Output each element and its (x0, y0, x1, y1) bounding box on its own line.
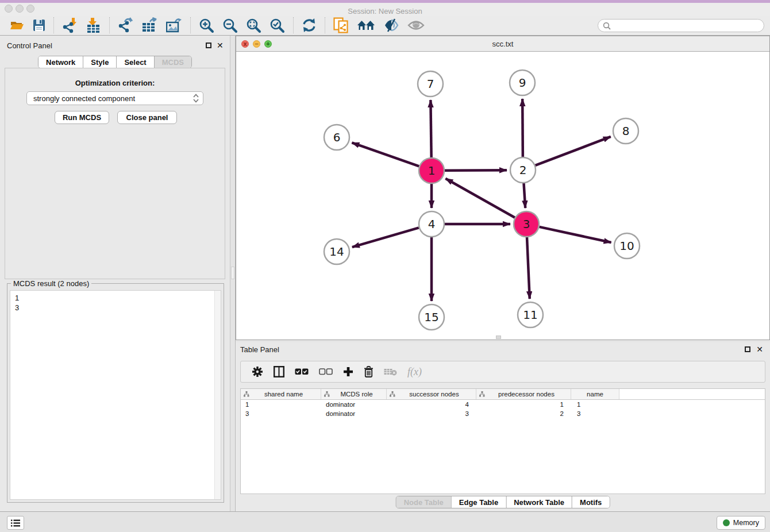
cell-name[interactable]: 3 (571, 409, 619, 418)
function-builder-button[interactable]: f(x) (402, 363, 427, 381)
table-tabs: Node Table Edge Table Network Table Moti… (396, 496, 610, 508)
column-type-icon (244, 391, 249, 397)
table-row[interactable]: 3 dominator 3 2 3 (241, 409, 765, 418)
apply-layout-button[interactable] (298, 16, 321, 34)
hide-selected-button[interactable] (379, 16, 403, 34)
cell-name[interactable]: 1 (571, 400, 619, 409)
column-header-predecessor-nodes[interactable]: predecessor nodes (476, 389, 571, 399)
toolbar-separator (109, 17, 110, 33)
column-header-shared-name[interactable]: shared name (241, 389, 321, 399)
column-header-successor-nodes[interactable]: successor nodes (387, 389, 476, 399)
graph-node-label: 7 (427, 77, 434, 91)
app-title: Session: New Session (0, 7, 770, 16)
cell-successor-nodes[interactable]: 4 (387, 400, 476, 409)
zoom-out-button[interactable] (218, 16, 242, 34)
tab-network-table[interactable]: Network Table (506, 496, 572, 508)
hide-eye-icon (383, 18, 399, 32)
cell-mcds-role[interactable]: dominator (321, 409, 387, 418)
column-header-name[interactable]: name (571, 389, 619, 399)
close-panel-icon[interactable]: ✕ (217, 42, 224, 49)
graph-edge-1-7[interactable] (430, 100, 431, 157)
vertical-splitter[interactable] (230, 36, 236, 511)
graph-edge-3-11[interactable] (527, 237, 530, 299)
cell-predecessor-nodes[interactable]: 1 (476, 400, 571, 409)
tab-node-table[interactable]: Node Table (396, 496, 451, 508)
zoom-selected-button[interactable] (265, 16, 289, 34)
zoom-in-icon (199, 18, 214, 33)
mcds-result-box: 1 3 (10, 290, 221, 500)
cell-mcds-role[interactable]: dominator (321, 400, 387, 409)
close-panel-button[interactable]: Close panel (117, 111, 177, 124)
new-network-from-selection-button[interactable] (329, 16, 353, 34)
run-mcds-button[interactable]: Run MCDS (55, 111, 109, 124)
graph-edge-3-1[interactable] (445, 179, 515, 218)
splitter-handle[interactable] (231, 267, 234, 279)
optimization-criterion-label: Optimization criterion: (5, 79, 225, 87)
network-canvas[interactable]: 1234678910111415 (236, 52, 769, 340)
import-table-button[interactable] (82, 16, 105, 34)
graph-node-label: 4 (428, 217, 436, 231)
graph-edge-2-3[interactable] (523, 183, 525, 208)
delete-table-icon (384, 368, 397, 376)
toolbar-separator (325, 17, 325, 33)
graph-edge-1-2[interactable] (445, 170, 507, 171)
search-input[interactable] (614, 21, 759, 30)
delete-table-button[interactable] (379, 363, 402, 381)
memory-button[interactable]: Memory (717, 516, 765, 530)
graph-edge-1-6[interactable] (352, 142, 419, 166)
cell-shared-name[interactable]: 1 (241, 400, 321, 409)
unchecked-boxes-icon (319, 368, 333, 375)
search-icon (603, 22, 611, 30)
control-panel-tabs: Network Style Select MCDS (38, 56, 192, 68)
deselect-all-columns-button[interactable] (314, 363, 338, 381)
columns-icon (274, 366, 284, 377)
table-settings-button[interactable] (247, 363, 268, 381)
result-scrollbar[interactable] (214, 291, 221, 499)
network-window-titlebar[interactable]: x – + scc.txt (236, 36, 769, 52)
table-row[interactable]: 1 dominator 4 1 1 (241, 400, 765, 409)
graph-edge-3-10[interactable] (539, 227, 611, 242)
select-all-columns-button[interactable] (290, 363, 314, 381)
add-column-button[interactable] (338, 363, 359, 381)
delete-column-button[interactable] (359, 363, 379, 381)
network-document-pair-icon (333, 17, 349, 33)
open-file-button[interactable] (6, 16, 29, 34)
cell-shared-name[interactable]: 3 (241, 409, 321, 418)
close-table-panel-icon[interactable]: ✕ (756, 346, 763, 353)
show-all-button[interactable] (403, 16, 429, 34)
tab-motifs[interactable]: Motifs (572, 496, 609, 508)
export-table-button[interactable] (138, 16, 162, 34)
first-neighbors-button[interactable] (353, 16, 379, 34)
cell-predecessor-nodes[interactable]: 2 (476, 409, 571, 418)
zoom-in-button[interactable] (195, 16, 218, 34)
zoom-fit-button[interactable] (242, 16, 265, 34)
tab-network[interactable]: Network (38, 56, 83, 68)
refresh-icon (302, 18, 317, 33)
cell-successor-nodes[interactable]: 3 (387, 409, 476, 418)
graph-edge-4-14[interactable] (352, 228, 419, 247)
checked-boxes-icon (295, 368, 309, 375)
open-folder-icon (10, 19, 25, 32)
list-icon (11, 519, 20, 527)
tab-select[interactable]: Select (116, 56, 153, 68)
column-header-mcds-role[interactable]: MCDS role (321, 389, 387, 399)
zoom-fit-icon (246, 18, 261, 33)
task-history-button[interactable] (7, 516, 24, 530)
graph-edge-2-8[interactable] (536, 137, 611, 165)
horizontal-splitter-handle[interactable] (496, 336, 501, 339)
column-layout-button[interactable] (268, 363, 290, 381)
criterion-dropdown[interactable]: strongly connected component (26, 91, 203, 105)
float-panel-icon[interactable] (206, 43, 211, 48)
export-network-button[interactable] (114, 16, 138, 34)
save-session-button[interactable] (29, 16, 49, 34)
tab-edge-table[interactable]: Edge Table (451, 496, 506, 508)
network-window-title: scc.txt (236, 40, 769, 48)
tab-style[interactable]: Style (83, 56, 116, 68)
tab-mcds[interactable]: MCDS (154, 56, 191, 68)
graph-edge-2-9[interactable] (522, 99, 523, 157)
import-network-button[interactable] (58, 16, 82, 34)
float-table-panel-icon[interactable] (745, 346, 750, 352)
export-image-button[interactable] (162, 16, 186, 34)
export-table-icon (142, 17, 158, 33)
network-window: x – + scc.txt 1234678910111415 (236, 36, 770, 340)
